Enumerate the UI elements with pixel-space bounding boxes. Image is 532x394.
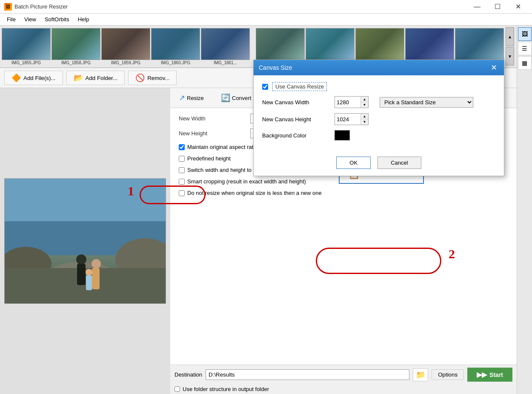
standard-size-select[interactable]: Pick a Standard Size [325, 113, 410, 124]
no-resize-checkbox[interactable] [179, 190, 185, 196]
thumb-label-10: IMG_1914... [468, 60, 491, 65]
add-files-label: Add File(s)... [23, 75, 56, 81]
tab-effects-label: Effects [321, 95, 338, 101]
thumbnail-1[interactable]: IMG_1855.JPG [2, 28, 51, 65]
bottom-section: Destination 📁 Options ▶▶ Start Use folde… [170, 365, 517, 394]
start-label: Start [489, 371, 503, 378]
sidebar-list-btn[interactable]: ☰ [518, 42, 532, 55]
thumb-image-2 [51, 28, 100, 60]
canvas-resize-button[interactable]: 📋 Use Canvas Resize [339, 164, 424, 184]
thumb-label-1: IMG_1855.JPG [11, 60, 41, 65]
new-width-input[interactable] [250, 114, 284, 123]
convert-icon: 🔄 [221, 93, 230, 103]
browse-button[interactable]: 📁 [413, 368, 428, 381]
width-unit-select[interactable]: Pixel Percent [288, 113, 322, 124]
thumb-label-8: IMG_1912.JPG [365, 60, 395, 65]
maintain-aspect-checkbox[interactable] [179, 144, 185, 150]
resize-form: New Width Pixel Percent Pick a Standard … [170, 108, 517, 365]
no-resize-row: Do not resize when original size is less… [179, 189, 322, 197]
add-folder-label: Add Folder... [86, 75, 118, 81]
new-width-label: New Width [179, 115, 247, 122]
thumb-label-6: IMG_1866.JPG [266, 60, 295, 65]
thumb-image-1 [2, 28, 51, 60]
thumb-label-9: IMG_1913.JPG [415, 60, 444, 65]
folder-structure-checkbox[interactable] [174, 386, 180, 392]
no-resize-label: Do not resize when original size is less… [187, 190, 322, 196]
thumbnail-7[interactable]: IMG_1910.JPG [306, 28, 355, 65]
remove-label: Remov... [147, 75, 169, 81]
thumb-image-10 [455, 28, 504, 60]
strip-scroll-down[interactable]: ▼ [506, 47, 514, 66]
start-icon: ▶▶ [477, 371, 487, 379]
rotate-icon: ↻ [268, 93, 275, 103]
maximize-button[interactable]: ☐ [488, 0, 507, 14]
switch-width-row: Switch width and height to match long si… [179, 166, 322, 174]
switch-width-label: Switch width and height to match long si… [187, 167, 295, 173]
image-strip: IMG_1855.JPG IMG_1858.JPG IMG_1859.JPG I… [0, 26, 517, 68]
preview-panel [0, 88, 170, 394]
thumbnail-10[interactable]: IMG_1914... [455, 28, 504, 65]
minimize-button[interactable]: — [467, 0, 487, 14]
tab-convert[interactable]: 🔄 Convert [217, 91, 256, 105]
effects-icon: ✨ [310, 93, 319, 103]
resize-icon: ↗ [179, 93, 185, 103]
thumb-label-5: IMG_1861... [214, 60, 237, 65]
predefined-height-label: Predefined height [187, 155, 231, 162]
thumb-image-8 [355, 28, 404, 60]
menu-help[interactable]: Help [74, 14, 94, 24]
preview-image [4, 178, 166, 304]
strip-scroll-buttons: ▲ ▼ [505, 26, 515, 66]
svg-point-8 [92, 259, 101, 268]
remove-button[interactable]: 🚫 Remov... [128, 71, 177, 85]
add-files-bar: 🔶 Add File(s)... 📂 Add Folder... 🚫 Remov… [0, 68, 517, 88]
thumb-image-3 [101, 28, 150, 60]
options-button[interactable]: Options [432, 369, 464, 380]
thumb-label-4: IMG_1860.JPG [161, 60, 190, 65]
add-files-icon: 🔶 [11, 73, 21, 83]
tab-resize[interactable]: ↗ Resize [174, 91, 208, 105]
thumbnail-4[interactable]: IMG_1860.JPG [151, 28, 200, 65]
canvas-resize-section: 📋 Use Canvas Resize [339, 164, 424, 184]
maintain-aspect-row: Maintain original aspect ratio [179, 143, 322, 151]
thumbnail-9[interactable]: IMG_1913.JPG [405, 28, 454, 65]
predefined-height-row: Predefined height [179, 154, 322, 163]
add-files-button[interactable]: 🔶 Add File(s)... [4, 71, 63, 85]
menu-file[interactable]: File [3, 14, 20, 24]
canvas-resize-icon: 📋 [348, 168, 360, 180]
tab-resize-label: Resize [187, 95, 204, 101]
menu-view[interactable]: View [20, 14, 40, 24]
tab-effects[interactable]: ✨ Effects [306, 91, 342, 105]
strip-scroll-up[interactable]: ▲ [506, 27, 514, 46]
height-row: New Height Pixel Percent [179, 128, 508, 139]
tab-tools[interactable]: ⚙ Tools [350, 91, 380, 105]
menu-softorbits[interactable]: SoftOrbits [40, 14, 74, 24]
folder-structure-row: Use folder structure in output folder [170, 384, 517, 394]
thumbnail-6[interactable]: IMG_1866.JPG [256, 28, 305, 65]
height-unit-select[interactable]: Pixel Percent [288, 128, 322, 139]
svg-rect-7 [77, 264, 86, 285]
svg-rect-9 [92, 268, 100, 289]
tab-rotate[interactable]: ↻ Rotate [264, 91, 297, 105]
thumbnail-8[interactable]: IMG_1912.JPG [355, 28, 404, 65]
switch-width-checkbox[interactable] [179, 167, 185, 173]
thumbnail-3[interactable]: IMG_1859.JPG [101, 28, 150, 65]
new-height-input[interactable] [250, 128, 284, 138]
thumbnail-5[interactable]: IMG_1861... [201, 28, 250, 65]
thumb-label-3: IMG_1859.JPG [111, 60, 140, 65]
svg-rect-11 [86, 275, 92, 290]
canvas-resize-label: Use Canvas Resize [363, 171, 413, 177]
sidebar-table-btn[interactable]: ▦ [518, 56, 532, 70]
close-button[interactable]: ✕ [508, 0, 528, 14]
tools-icon: ⚙ [355, 93, 361, 103]
toolbar: ↗ Resize 🔄 Convert ↻ Rotate ✨ Effects [170, 88, 517, 108]
thumbnail-2[interactable]: IMG_1858.JPG [51, 28, 100, 65]
title-bar: 🖼 Batch Picture Resizer — ☐ ✕ [0, 0, 532, 14]
smart-crop-checkbox[interactable] [179, 179, 185, 185]
destination-input[interactable] [206, 369, 409, 380]
thumb-label-7: IMG_1910.JPG [315, 60, 345, 65]
add-folder-button[interactable]: 📂 Add Folder... [66, 71, 125, 85]
predefined-height-checkbox[interactable] [179, 156, 185, 162]
sidebar-grid-btn[interactable]: 🖼 [518, 27, 532, 41]
app-icon: 🖼 [4, 3, 12, 11]
start-button[interactable]: ▶▶ Start [467, 368, 512, 382]
